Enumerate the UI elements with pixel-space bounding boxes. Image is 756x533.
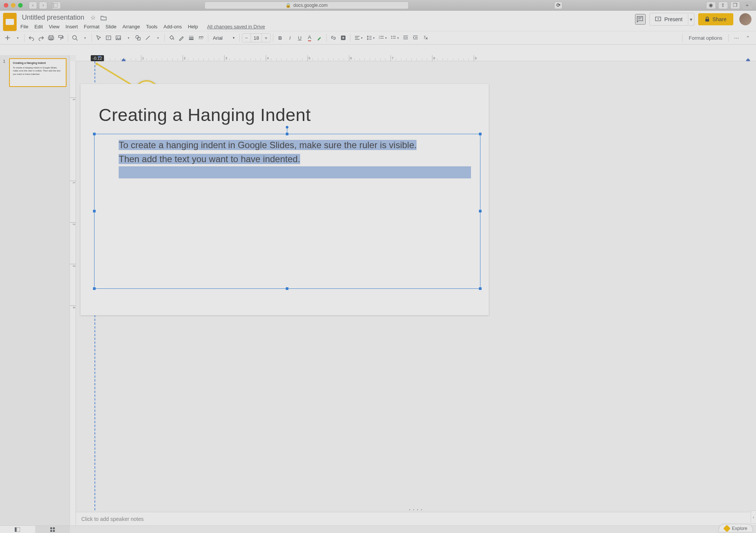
save-status[interactable]: All changes saved in Drive bbox=[207, 24, 265, 29]
bullet-list-button[interactable] bbox=[389, 33, 400, 43]
textbox-button[interactable]: T bbox=[104, 33, 113, 43]
slide[interactable]: Creating a Hanging Indent To create a ha… bbox=[81, 84, 489, 315]
decrease-indent-button[interactable] bbox=[401, 33, 410, 43]
increase-indent-button[interactable] bbox=[411, 33, 420, 43]
border-dash-button[interactable] bbox=[197, 33, 206, 43]
underline-button[interactable]: U bbox=[295, 33, 304, 43]
font-select[interactable]: Arial▾ bbox=[211, 33, 237, 43]
link-button[interactable] bbox=[329, 33, 338, 43]
comments-button[interactable] bbox=[635, 14, 646, 25]
menu-insert[interactable]: Insert bbox=[65, 24, 78, 29]
menu-format[interactable]: Format bbox=[84, 24, 99, 29]
url-bar[interactable]: 🔒 docs.google.com bbox=[204, 2, 409, 9]
redo-button[interactable] bbox=[37, 33, 46, 43]
present-button[interactable]: Present bbox=[649, 13, 688, 26]
image-button[interactable] bbox=[114, 33, 123, 43]
text-color-button[interactable]: A bbox=[305, 33, 314, 43]
account-avatar[interactable] bbox=[739, 13, 751, 25]
italic-button[interactable]: I bbox=[285, 33, 294, 43]
resize-handle[interactable] bbox=[93, 287, 96, 290]
grid-view-button[interactable] bbox=[35, 526, 70, 533]
new-slide-dropdown[interactable] bbox=[13, 33, 22, 43]
image-dropdown[interactable] bbox=[124, 33, 133, 43]
menu-tools[interactable]: Tools bbox=[146, 24, 157, 29]
back-button[interactable]: ‹ bbox=[29, 2, 37, 9]
vertical-ruler[interactable]: 11234 bbox=[70, 61, 76, 533]
tabs-button[interactable]: ❐ bbox=[730, 2, 740, 9]
format-options-button[interactable]: Format options bbox=[686, 33, 725, 43]
share-button[interactable]: Share bbox=[698, 13, 733, 25]
resize-handle[interactable] bbox=[93, 210, 96, 212]
font-size-increase[interactable]: + bbox=[262, 34, 270, 42]
horizontal-ruler[interactable]: 123456789 -0.12 bbox=[76, 55, 756, 61]
menu-slide[interactable]: Slide bbox=[105, 24, 116, 29]
minimize-icon[interactable] bbox=[11, 3, 15, 8]
slides-logo-icon[interactable] bbox=[3, 13, 17, 31]
menu-file[interactable]: File bbox=[20, 24, 28, 29]
menu-arrange[interactable]: Arrange bbox=[122, 24, 140, 29]
clear-formatting-button[interactable]: T bbox=[421, 33, 430, 43]
doc-title[interactable]: Untitled presentation bbox=[20, 13, 86, 22]
border-weight-button[interactable] bbox=[187, 33, 196, 43]
comment-add-button[interactable] bbox=[339, 33, 348, 43]
body-text[interactable]: To create a hanging indent in Google Sli… bbox=[119, 138, 471, 180]
zoom-dropdown[interactable] bbox=[80, 33, 89, 43]
notes-splitter[interactable]: • • • • bbox=[76, 508, 756, 511]
speaker-notes[interactable]: Click to add speaker notes bbox=[76, 512, 756, 526]
toolbar: T Arial▾ − + B I U A 12 T bbox=[0, 31, 756, 45]
undo-button[interactable] bbox=[27, 33, 36, 43]
menu-view[interactable]: View bbox=[49, 24, 59, 29]
star-icon[interactable]: ☆ bbox=[90, 14, 96, 21]
new-tab-button[interactable]: ＋ bbox=[742, 2, 752, 9]
close-icon[interactable] bbox=[4, 3, 8, 8]
fill-color-button[interactable] bbox=[167, 33, 176, 43]
resize-handle[interactable] bbox=[93, 133, 96, 135]
svg-rect-50 bbox=[15, 527, 16, 532]
forward-button[interactable]: › bbox=[39, 2, 47, 9]
svg-point-16 bbox=[136, 36, 139, 39]
font-size-input[interactable] bbox=[251, 34, 262, 42]
collapse-toolbar-button[interactable]: ⌃ bbox=[742, 33, 753, 43]
zoom-button[interactable] bbox=[70, 33, 79, 43]
resize-handle[interactable] bbox=[479, 133, 482, 135]
font-size-decrease[interactable]: − bbox=[242, 34, 251, 42]
svg-line-18 bbox=[146, 36, 150, 40]
present-dropdown[interactable]: ▾ bbox=[688, 13, 694, 26]
resize-handle[interactable] bbox=[479, 287, 482, 290]
menu-help[interactable]: Help bbox=[188, 24, 198, 29]
side-panel-collapse-button[interactable]: ‹ bbox=[751, 510, 756, 524]
download-button-icon[interactable]: ◉ bbox=[706, 2, 716, 9]
numbered-list-button[interactable]: 12 bbox=[377, 33, 388, 43]
share-system-button[interactable]: ⇪ bbox=[718, 2, 728, 9]
select-tool-button[interactable] bbox=[94, 33, 103, 43]
bold-button[interactable]: B bbox=[276, 33, 285, 43]
maximize-icon[interactable] bbox=[18, 3, 23, 8]
resize-handle[interactable] bbox=[479, 210, 482, 212]
move-folder-icon[interactable] bbox=[100, 14, 107, 21]
border-color-button[interactable] bbox=[177, 33, 186, 43]
resize-handle[interactable] bbox=[286, 287, 288, 290]
line-spacing-button[interactable] bbox=[365, 33, 376, 43]
reload-button[interactable]: ⟳ bbox=[554, 2, 562, 9]
explore-button[interactable]: Explore bbox=[719, 524, 753, 532]
shape-button[interactable] bbox=[133, 33, 143, 43]
line-button[interactable] bbox=[143, 33, 152, 43]
new-slide-button[interactable] bbox=[3, 33, 12, 43]
align-button[interactable] bbox=[353, 33, 364, 43]
highlight-button[interactable] bbox=[315, 33, 324, 43]
left-indent-marker[interactable] bbox=[122, 58, 125, 61]
print-button[interactable] bbox=[46, 33, 56, 43]
paint-format-button[interactable] bbox=[56, 33, 65, 43]
more-tools-button[interactable]: ⋯ bbox=[732, 33, 741, 43]
menu-edit[interactable]: Edit bbox=[34, 24, 43, 29]
slide-thumbnail[interactable]: 1 Creating a Hanging Indent To create a … bbox=[3, 58, 67, 87]
first-line-indent-marker[interactable] bbox=[98, 56, 101, 58]
line-dropdown[interactable] bbox=[153, 33, 162, 43]
slide-title[interactable]: Creating a Hanging Indent bbox=[99, 104, 311, 125]
body-textbox[interactable]: To create a hanging indent in Google Sli… bbox=[94, 134, 480, 289]
filmstrip-view-button[interactable] bbox=[0, 526, 35, 533]
svg-rect-53 bbox=[53, 527, 55, 529]
sidebar-toggle-button[interactable] bbox=[52, 2, 61, 9]
rotate-handle[interactable] bbox=[286, 126, 288, 129]
menu-addons[interactable]: Add-ons bbox=[164, 24, 182, 29]
